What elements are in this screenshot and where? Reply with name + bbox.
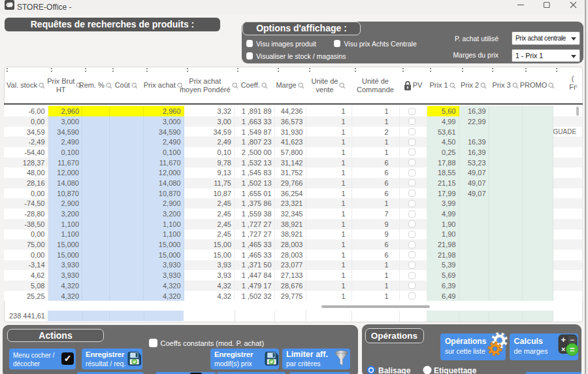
svg-text:=: =: [570, 345, 575, 354]
svg-text:×: ×: [561, 345, 565, 352]
svg-text:+: +: [561, 335, 566, 345]
